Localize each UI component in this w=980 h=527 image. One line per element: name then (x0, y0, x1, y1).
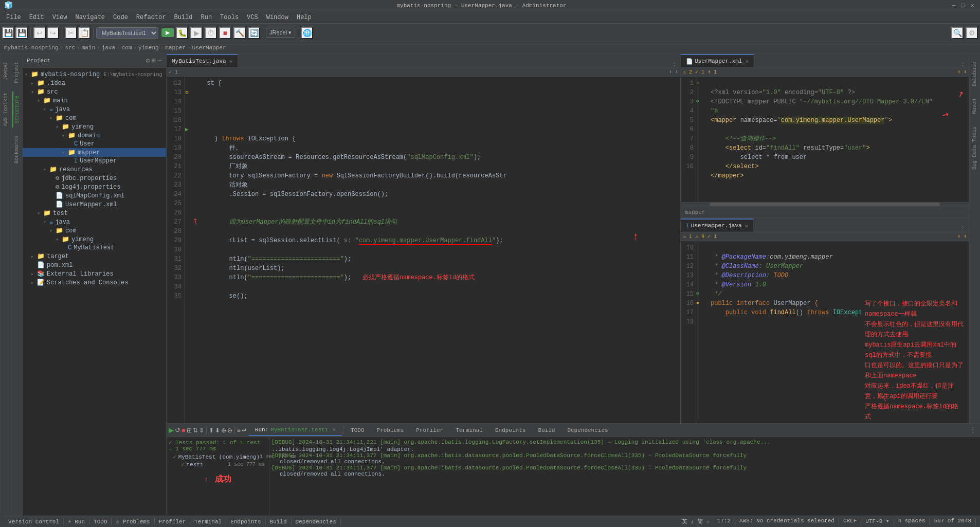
breadcrumb-project[interactable]: mybatis-nospring (4, 45, 59, 51)
search-everywhere-btn[interactable]: 🔍 (951, 27, 964, 39)
structure-tool-label[interactable]: Structure (12, 92, 21, 128)
run-wrap-btn[interactable]: ↵ (242, 427, 247, 434)
project-tool-label[interactable]: Project (13, 58, 21, 87)
tree-item-extlibs[interactable]: ▸ 📚 External Libraries (23, 269, 166, 278)
menu-run[interactable]: Run (196, 13, 216, 22)
jrebel-side-label[interactable]: JRebel (2, 58, 10, 84)
menu-edit[interactable]: Edit (25, 13, 48, 22)
xml-editor-menu[interactable]: ⋮ (957, 61, 969, 67)
menu-file[interactable]: File (2, 13, 25, 22)
toolbar-cut-btn[interactable]: ✂ (65, 27, 77, 39)
panel-expand-icon[interactable]: ⊞ (152, 57, 156, 65)
tab-build[interactable]: Build (532, 425, 561, 435)
tree-item-test-com[interactable]: ▾ 📁 com (23, 226, 166, 235)
profile-btn[interactable]: ⏱ (205, 27, 217, 39)
status-run[interactable]: ⚡ Run (64, 518, 89, 525)
breadcrumb-com[interactable]: com (122, 45, 132, 51)
breadcrumb-mapper[interactable]: mapper (165, 45, 186, 51)
menu-navigate[interactable]: Navigate (71, 13, 109, 22)
tab-problems[interactable]: Problems (371, 425, 410, 435)
tree-item-usermapperxml[interactable]: 📄 UserMapper.xml (23, 200, 166, 209)
tree-item-idea[interactable]: ▸ 📁 .idea (23, 79, 166, 87)
toolbar-back-btn[interactable]: 💾 (2, 27, 14, 39)
settings-btn[interactable]: ⚙ (966, 27, 978, 39)
editor-menu-btn[interactable]: ⋮ (668, 61, 680, 67)
status-memory[interactable]: 567 of 2048 (930, 518, 976, 525)
tree-item-test-yimeng[interactable]: ▾ 📁 yimeng (23, 235, 166, 244)
jrebel-btn[interactable]: JRebel ▾ (266, 28, 295, 38)
menu-view[interactable]: View (48, 13, 71, 22)
run-export-btn[interactable]: ⬆ (209, 427, 214, 434)
tree-item-sqlmapconfig[interactable]: 📄 sqlMapConfig.xml (23, 191, 166, 200)
translate-btn[interactable]: 🌐 (301, 27, 313, 39)
menu-vcs[interactable]: VCS (243, 13, 262, 22)
status-indent[interactable]: 4 spaces (894, 518, 930, 525)
breadcrumb-java[interactable]: java (102, 45, 115, 51)
tab-terminal[interactable]: Terminal (449, 425, 489, 435)
breadcrumb-main[interactable]: main (82, 45, 95, 51)
tree-item-test[interactable]: ▾ 📁 test (23, 209, 166, 217)
tree-item-scratches[interactable]: ▸ 📝 Scratches and Consoles (23, 278, 166, 287)
breadcrumb-usermapper[interactable]: UserMapper (192, 45, 226, 51)
tree-item-pom[interactable]: 📄 pom.xml (23, 261, 166, 269)
menu-refactor[interactable]: Refactor (132, 13, 170, 22)
panel-gear-icon[interactable]: ⚙ (146, 57, 150, 65)
status-line-col[interactable]: 17:2 (713, 518, 735, 525)
toolbar-redo-btn[interactable]: ↪ (47, 27, 59, 39)
tab-java-close[interactable]: ✕ (745, 223, 749, 229)
status-version-control[interactable]: Version Control (4, 519, 64, 525)
tree-item-resources[interactable]: ▾ 📁 resources (23, 165, 166, 174)
run-import-btn[interactable]: ⬇ (215, 427, 220, 434)
maximize-btn[interactable]: □ (959, 2, 967, 9)
debug-btn[interactable]: 🐛 (176, 27, 188, 39)
menu-help[interactable]: Help (293, 13, 316, 22)
breadcrumb-src[interactable]: src (65, 45, 75, 51)
close-btn[interactable]: ✕ (969, 2, 976, 9)
run-btn[interactable]: ▶ (161, 28, 174, 37)
tab-xml-close[interactable]: ✕ (745, 58, 749, 65)
database-tool-label[interactable]: Database (971, 58, 978, 90)
run-coverage-btn[interactable]: ▶ (190, 27, 203, 39)
tree-item-src[interactable]: ▾ 📁 src (23, 87, 166, 96)
status-crlf[interactable]: CRLF (839, 518, 861, 525)
test-item-test1[interactable]: ✓ test1 1 sec 777 ms (173, 461, 267, 468)
maven-tool-label[interactable]: Maven (971, 95, 978, 118)
tab-mybatistest-close[interactable]: ✕ (229, 58, 233, 65)
tab-usermapperxml[interactable]: 📄 UserMapper.xml ✕ (681, 54, 754, 67)
run-filter-btn[interactable]: ⊞ (187, 427, 192, 434)
panel-minimize-icon[interactable]: ─ (158, 57, 162, 65)
tab-todo[interactable]: TODO (344, 425, 370, 435)
build-btn[interactable]: 🔨 (233, 27, 246, 39)
tree-item-main[interactable]: ▾ 📁 main (23, 96, 166, 105)
minimize-btn[interactable]: ─ (950, 2, 957, 9)
run-scroll-btn[interactable]: ≡ (237, 427, 241, 434)
toolbar-save-btn[interactable]: 💾 (15, 27, 28, 39)
tree-item-user[interactable]: C User (23, 140, 166, 148)
status-build[interactable]: Build (266, 519, 292, 525)
menu-window[interactable]: Window (262, 13, 293, 22)
sync-btn[interactable]: 🔄 (248, 27, 260, 39)
status-dependencies[interactable]: Dependencies (292, 519, 341, 525)
run-expand-btn[interactable]: ⊕ (221, 427, 226, 434)
tab-endpoints[interactable]: Endpoints (489, 425, 532, 435)
tab-dependencies[interactable]: Dependencies (561, 425, 614, 435)
stop-btn[interactable]: ■ (219, 27, 231, 39)
window-controls[interactable]: ─ □ ✕ (950, 2, 976, 9)
status-problems[interactable]: ⚠ Problems (112, 518, 154, 525)
aws-toolkit-label[interactable]: AWS Toolkit (2, 88, 10, 131)
status-todo[interactable]: TODO (89, 519, 112, 525)
bookmarks-tool-label[interactable]: Bookmarks (13, 132, 21, 168)
menu-code[interactable]: Code (109, 13, 132, 22)
tree-item-usermapper[interactable]: I UserMapper (23, 157, 166, 165)
bottom-panel-menu[interactable]: ⋮ (970, 426, 980, 434)
test-item-mybatistest[interactable]: ✓ MyBatisTest (com.yimeng) 1 sec 777 ms (173, 453, 267, 461)
tree-item-java[interactable]: ▾ ☕ java (23, 105, 166, 114)
run-sort-btn[interactable]: ⇅ (193, 427, 198, 434)
menu-tools[interactable]: Tools (216, 13, 243, 22)
tree-item-yimeng[interactable]: ▾ 📁 yimeng (23, 122, 166, 131)
toolbar-copy-btn[interactable]: 📋 (78, 27, 90, 39)
tree-item-root[interactable]: ▾ 📁 mybatis-nospring E:\mybatis-nospring (23, 70, 166, 79)
tab-mybatistest[interactable]: MyBatisTest.java ✕ (167, 54, 238, 67)
status-aws[interactable]: AWS: No credentials selected (735, 518, 839, 525)
tree-item-mybatistest[interactable]: C MyBatisTest (23, 244, 166, 252)
